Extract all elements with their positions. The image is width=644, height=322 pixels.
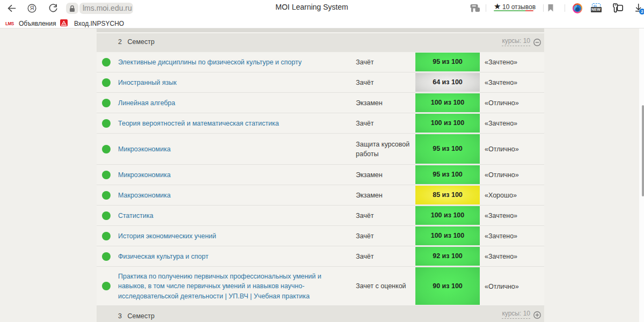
svg-text:Я: Я [30, 5, 34, 11]
